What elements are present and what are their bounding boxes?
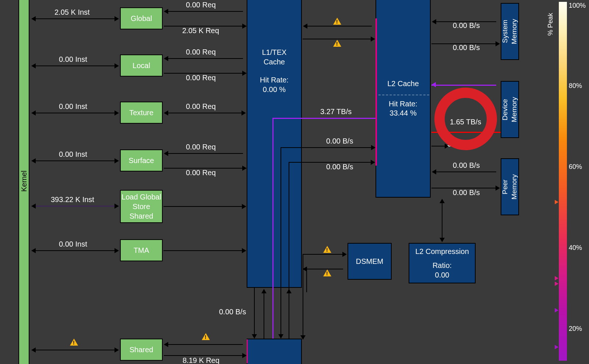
lbl-dev-bot: 3.75 GB/s [447,140,480,148]
l2-compression-box: L2 Compression Ratio: 0.00 [409,243,476,283]
lbl-bs-bot: 0.00 B/s [326,163,353,171]
lbl-peer-top: 0.00 B/s [453,161,480,170]
box-shared: Shared [120,339,163,361]
warn-icon [333,18,341,25]
lbl-peer-bot: 0.00 B/s [453,188,480,197]
warn-icon [202,333,210,340]
warn-icon [323,246,331,253]
box-tma: TMA [120,239,163,261]
l1tex-cache-box: L1/TEX Cache Hit Rate: 0.00 % [247,0,302,288]
lbl-bs-top: 0.00 B/s [326,137,353,145]
kernel-box: Kernel [18,0,29,364]
peak-legend: % Peak 100% 80% 60% 40% 20% [546,2,586,361]
lbl-global-top: 0.00 Req [186,1,216,9]
lbl-local-top: 0.00 Req [186,48,216,56]
box-lgss: Load Global Store Shared [120,190,163,223]
lbl-sys-bot: 0.00 B/s [453,43,480,52]
legend-gradient [559,2,567,361]
lbl-texture-inst: 0.00 Inst [59,102,87,111]
box-global: Global [120,7,163,29]
warn-icon [323,269,331,276]
kernel-label: Kernel [19,170,29,192]
device-memory-box: Device Memory [501,81,519,138]
legend-title: % Peak [547,13,554,36]
box-surface: Surface [120,149,163,172]
memory-chart-diagram: Kernel Global Local Texture Surface Load… [0,0,589,364]
lbl-shared-req: 8.19 K Req [183,356,219,364]
lbl-lgss-inst: 393.22 K Inst [51,195,94,204]
lbl-tma-inst: 0.00 Inst [59,240,87,248]
box-texture: Texture [120,102,163,124]
lbl-local-inst: 0.00 Inst [59,55,87,64]
lbl-local-bot: 0.00 Req [186,74,216,82]
warn-icon [333,40,341,47]
lbl-dev-mid: 1.65 TB/s [450,118,481,126]
l2-cache-box: L2 Cache Hit Rate: 33.44 % [375,0,431,198]
dsmem-box: DSMEM [348,243,392,280]
lbl-shared-bs: 0.00 B/s [219,308,246,316]
lbl-sys-top: 0.00 B/s [453,21,480,30]
peer-memory-box: Peer Memory [501,158,519,215]
warn-icon [70,339,78,346]
lbl-surface-inst: 0.00 Inst [59,150,87,159]
shared-mem-box [247,339,302,364]
box-local: Local [120,54,163,77]
lbl-global-inst: 2.05 K Inst [54,8,90,17]
system-memory-box: System Memory [501,3,519,60]
lbl-texture-mid: 0.00 Req [186,102,216,111]
lbl-surface-top: 0.00 Req [186,143,216,151]
lbl-path1: 3.27 TB/s [320,107,352,116]
lbl-global-bot: 2.05 K Req [182,26,219,35]
lbl-surface-bot: 0.00 Req [186,169,216,177]
